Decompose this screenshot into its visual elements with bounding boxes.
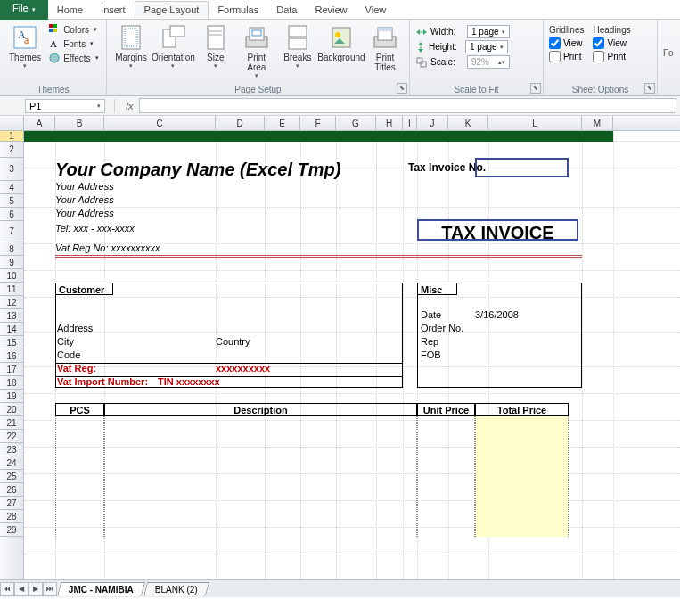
- sheet-nav-first[interactable]: ⏮: [0, 582, 14, 596]
- breaks-button[interactable]: Breaks▾: [279, 21, 316, 94]
- colors-button[interactable]: Colors▾: [48, 23, 98, 36]
- row-header-6[interactable]: 6: [0, 208, 23, 221]
- tab-page-layout[interactable]: Page Layout: [135, 1, 209, 19]
- col-header-C[interactable]: C: [104, 116, 216, 130]
- svg-rect-20: [289, 38, 307, 49]
- row-header-19[interactable]: 19: [0, 390, 23, 403]
- scale-spinner[interactable]: 92%▴▾: [467, 55, 510, 69]
- size-button[interactable]: Size▾: [197, 21, 234, 94]
- background-button[interactable]: Background: [320, 21, 363, 94]
- row-header-25[interactable]: 25: [0, 470, 23, 483]
- row-header-11[interactable]: 11: [0, 283, 23, 296]
- col-header-J[interactable]: J: [417, 116, 448, 130]
- tab-home[interactable]: Home: [48, 2, 92, 18]
- spreadsheet-grid[interactable]: ABCDEFGHIJKLM 12345678910111213141516171…: [0, 116, 680, 597]
- sheet-tab-active[interactable]: JMC - NAMIBIA: [57, 582, 145, 596]
- invoice-vatreg: Vat Reg No: xxxxxxxxxx: [55, 242, 160, 253]
- row-header-4[interactable]: 4: [0, 181, 23, 194]
- col-header-H[interactable]: H: [376, 116, 403, 130]
- customer-vatimport-label: Vat Import Number:: [57, 376, 148, 387]
- fx-icon[interactable]: fx: [126, 101, 134, 111]
- col-header-A[interactable]: A: [24, 116, 55, 130]
- row-header-28[interactable]: 28: [0, 510, 23, 523]
- invoice-tel: Tel: xxx - xxx-xxxx: [55, 223, 135, 234]
- height-select[interactable]: 1 page▾: [465, 40, 508, 53]
- row-header-13[interactable]: 13: [0, 309, 23, 323]
- tab-view[interactable]: View: [356, 2, 396, 18]
- sheet-launcher[interactable]: ⬊: [644, 83, 655, 94]
- col-header-F[interactable]: F: [300, 116, 336, 130]
- svg-rect-3: [49, 24, 53, 28]
- row-header-26[interactable]: 26: [0, 483, 23, 497]
- tab-data[interactable]: Data: [267, 2, 306, 18]
- th-total-price: Total Price: [475, 403, 569, 416]
- col-header-E[interactable]: E: [265, 116, 300, 130]
- select-all-corner[interactable]: [0, 116, 24, 130]
- row-header-17[interactable]: 17: [0, 363, 23, 376]
- scale-icon: [415, 56, 428, 69]
- col-header-I[interactable]: I: [403, 116, 417, 130]
- row-header-15[interactable]: 15: [0, 336, 23, 349]
- row-header-20[interactable]: 20: [0, 403, 23, 416]
- row-header-3[interactable]: 3: [0, 158, 23, 181]
- row-header-29[interactable]: 29: [0, 523, 23, 537]
- row-header-2[interactable]: 2: [0, 142, 23, 158]
- col-header-L[interactable]: L: [488, 116, 582, 130]
- column-headers[interactable]: ABCDEFGHIJKLM: [0, 116, 680, 131]
- name-box[interactable]: P1▾: [25, 99, 105, 113]
- customer-vatreg-value: xxxxxxxxxx: [216, 363, 270, 374]
- row-header-21[interactable]: 21: [0, 416, 23, 430]
- margins-button[interactable]: Margins▾: [112, 21, 150, 94]
- svg-rect-17: [250, 28, 264, 40]
- th-description: Description: [104, 403, 417, 416]
- row-headers[interactable]: 1234567891011121314151617181920212223242…: [0, 131, 24, 597]
- gridlines-view-check[interactable]: View: [549, 37, 584, 49]
- file-tab[interactable]: File: [0, 0, 48, 20]
- col-header-K[interactable]: K: [448, 116, 488, 130]
- sheet-nav-next[interactable]: ▶: [29, 582, 43, 596]
- col-header-M[interactable]: M: [582, 116, 613, 130]
- row-header-9[interactable]: 9: [0, 256, 23, 269]
- row-header-27[interactable]: 27: [0, 497, 23, 510]
- row-header-14[interactable]: 14: [0, 323, 23, 336]
- orientation-button[interactable]: Orientation▾: [153, 21, 193, 94]
- row-header-12[interactable]: 12: [0, 296, 23, 309]
- tab-formulas[interactable]: Formulas: [209, 2, 267, 18]
- misc-date-label: Date: [421, 309, 441, 320]
- tab-review[interactable]: Review: [306, 2, 356, 18]
- th-unit-price: Unit Price: [417, 403, 475, 416]
- cells-area[interactable]: Your Company Name (Excel Tmp)Your Addres…: [24, 131, 680, 597]
- row-header-16[interactable]: 16: [0, 349, 23, 363]
- sheet-nav-prev[interactable]: ◀: [14, 582, 29, 596]
- formula-bar[interactable]: [139, 98, 676, 113]
- themes-icon: Aa: [11, 23, 39, 52]
- page-setup-launcher[interactable]: ⬊: [397, 83, 407, 94]
- sheet-nav-last[interactable]: ⏭: [43, 582, 57, 596]
- scale-launcher[interactable]: ⬊: [530, 83, 541, 94]
- tab-insert[interactable]: Insert: [92, 2, 135, 18]
- sheet-tab-blank2[interactable]: BLANK (2): [143, 582, 209, 596]
- col-header-B[interactable]: B: [55, 116, 104, 130]
- fonts-icon: A: [48, 37, 61, 50]
- headings-view-check[interactable]: View: [593, 37, 630, 49]
- row-header-1[interactable]: 1: [0, 131, 23, 142]
- headings-print-check[interactable]: Print: [593, 51, 630, 62]
- col-header-D[interactable]: D: [216, 116, 265, 130]
- row-header-22[interactable]: 22: [0, 430, 23, 443]
- row-header-7[interactable]: 7: [0, 221, 23, 242]
- fonts-button[interactable]: AFonts▾: [48, 37, 98, 50]
- row-header-18[interactable]: 18: [0, 376, 23, 390]
- row-header-23[interactable]: 23: [0, 443, 23, 456]
- svg-rect-19: [289, 26, 307, 37]
- col-header-G[interactable]: G: [336, 116, 376, 130]
- invoice-taxno-box[interactable]: [475, 158, 569, 177]
- gridlines-print-check[interactable]: Print: [549, 51, 584, 62]
- width-select[interactable]: 1 page▾: [467, 25, 510, 38]
- row-header-10[interactable]: 10: [0, 269, 23, 283]
- row-header-5[interactable]: 5: [0, 194, 23, 208]
- effects-button[interactable]: Effects▾: [48, 52, 98, 64]
- row-header-8[interactable]: 8: [0, 242, 23, 256]
- themes-button[interactable]: Aa Themes ▾: [5, 21, 45, 94]
- row-header-24[interactable]: 24: [0, 456, 23, 470]
- print-area-button[interactable]: Print Area▾: [238, 21, 275, 94]
